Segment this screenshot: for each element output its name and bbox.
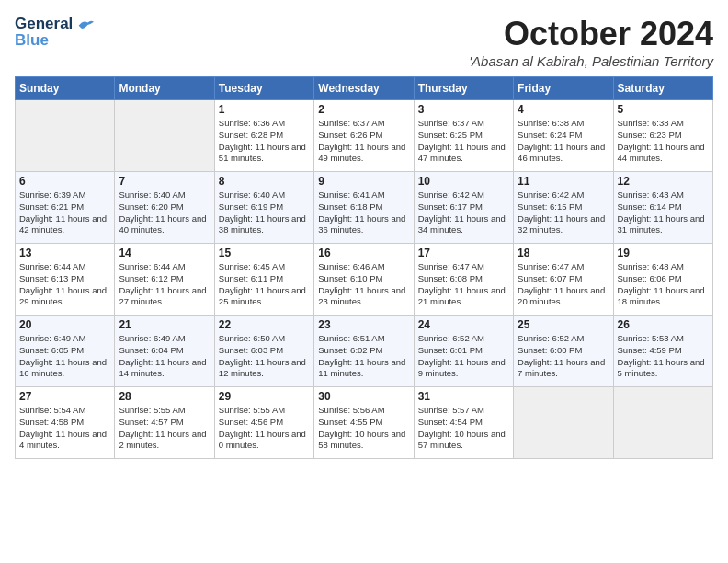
cell-info: Sunrise: 6:46 AMSunset: 6:10 PMDaylight:… [318, 261, 409, 308]
calendar-cell: 10Sunrise: 6:42 AMSunset: 6:17 PMDayligh… [414, 172, 513, 244]
day-number: 27 [19, 390, 110, 403]
weekday-header-saturday: Saturday [613, 77, 712, 100]
cell-info: Sunrise: 6:52 AMSunset: 6:00 PMDaylight:… [518, 333, 609, 380]
calendar-cell: 8Sunrise: 6:40 AMSunset: 6:19 PMDaylight… [214, 172, 313, 244]
day-number: 2 [318, 103, 409, 116]
weekday-header-monday: Monday [115, 77, 214, 100]
day-number: 20 [19, 318, 110, 331]
cell-info: Sunrise: 5:53 AMSunset: 4:59 PMDaylight:… [618, 333, 709, 380]
cell-info: Sunrise: 6:52 AMSunset: 6:01 PMDaylight:… [418, 333, 509, 380]
calendar-cell [613, 387, 712, 459]
day-number: 28 [119, 390, 210, 403]
cell-info: Sunrise: 6:41 AMSunset: 6:18 PMDaylight:… [318, 190, 409, 236]
calendar-cell: 30Sunrise: 5:56 AMSunset: 4:55 PMDayligh… [314, 387, 414, 459]
day-number: 13 [19, 247, 110, 259]
cell-info: Sunrise: 6:49 AMSunset: 6:04 PMDaylight:… [119, 333, 210, 380]
day-number: 6 [19, 175, 110, 188]
week-row-1: 1Sunrise: 6:36 AMSunset: 6:28 PMDaylight… [16, 100, 713, 172]
title-block: October 2024 'Abasan al Kabirah, Palesti… [469, 15, 713, 69]
calendar-cell: 21Sunrise: 6:49 AMSunset: 6:04 PMDayligh… [115, 316, 214, 387]
cell-info: Sunrise: 5:55 AMSunset: 4:57 PMDaylight:… [119, 405, 210, 452]
day-number: 18 [518, 247, 609, 259]
calendar-cell: 19Sunrise: 6:48 AMSunset: 6:06 PMDayligh… [613, 244, 712, 316]
calendar-cell [514, 387, 613, 459]
page-header: General Blue October 2024 'Abasan al Kab… [15, 15, 713, 69]
cell-info: Sunrise: 6:42 AMSunset: 6:15 PMDaylight:… [518, 190, 609, 236]
cell-info: Sunrise: 6:45 AMSunset: 6:11 PMDaylight:… [219, 261, 310, 308]
weekday-header-friday: Friday [514, 77, 613, 100]
weekday-header-thursday: Thursday [414, 77, 513, 100]
calendar-cell: 2Sunrise: 6:37 AMSunset: 6:26 PMDaylight… [314, 100, 414, 172]
day-number: 29 [219, 390, 310, 403]
day-number: 11 [518, 175, 609, 188]
cell-info: Sunrise: 6:51 AMSunset: 6:02 PMDaylight:… [318, 333, 409, 380]
cell-info: Sunrise: 5:57 AMSunset: 4:54 PMDaylight:… [418, 405, 509, 452]
day-number: 3 [418, 103, 509, 116]
cell-info: Sunrise: 6:44 AMSunset: 6:13 PMDaylight:… [19, 261, 110, 308]
day-number: 15 [219, 247, 310, 259]
header-row: SundayMondayTuesdayWednesdayThursdayFrid… [16, 77, 713, 100]
logo: General Blue [15, 15, 94, 50]
day-number: 12 [618, 175, 709, 188]
calendar-cell: 5Sunrise: 6:38 AMSunset: 6:23 PMDaylight… [613, 100, 712, 172]
day-number: 30 [318, 390, 409, 403]
calendar-cell: 17Sunrise: 6:47 AMSunset: 6:08 PMDayligh… [414, 244, 513, 316]
day-number: 9 [318, 175, 409, 188]
cell-info: Sunrise: 5:54 AMSunset: 4:58 PMDaylight:… [19, 405, 110, 452]
calendar-cell: 20Sunrise: 6:49 AMSunset: 6:05 PMDayligh… [16, 316, 115, 387]
cell-info: Sunrise: 6:49 AMSunset: 6:05 PMDaylight:… [19, 333, 110, 380]
calendar-cell [115, 100, 214, 172]
calendar-cell: 26Sunrise: 5:53 AMSunset: 4:59 PMDayligh… [613, 316, 712, 387]
day-number: 23 [318, 318, 409, 331]
calendar-cell: 13Sunrise: 6:44 AMSunset: 6:13 PMDayligh… [16, 244, 115, 316]
weekday-header-wednesday: Wednesday [314, 77, 414, 100]
day-number: 19 [618, 247, 709, 259]
day-number: 4 [518, 103, 609, 116]
day-number: 31 [418, 390, 509, 403]
cell-info: Sunrise: 6:40 AMSunset: 6:19 PMDaylight:… [219, 190, 310, 236]
logo-bird-icon [77, 17, 94, 32]
week-row-3: 13Sunrise: 6:44 AMSunset: 6:13 PMDayligh… [16, 244, 713, 316]
cell-info: Sunrise: 6:43 AMSunset: 6:14 PMDaylight:… [618, 190, 709, 236]
calendar-cell: 9Sunrise: 6:41 AMSunset: 6:18 PMDaylight… [314, 172, 414, 244]
cell-info: Sunrise: 5:55 AMSunset: 4:56 PMDaylight:… [219, 405, 310, 452]
calendar-cell: 11Sunrise: 6:42 AMSunset: 6:15 PMDayligh… [514, 172, 613, 244]
day-number: 22 [219, 318, 310, 331]
cell-info: Sunrise: 6:39 AMSunset: 6:21 PMDaylight:… [19, 190, 110, 236]
calendar-cell: 24Sunrise: 6:52 AMSunset: 6:01 PMDayligh… [414, 316, 513, 387]
calendar-cell: 12Sunrise: 6:43 AMSunset: 6:14 PMDayligh… [613, 172, 712, 244]
calendar-cell: 6Sunrise: 6:39 AMSunset: 6:21 PMDaylight… [16, 172, 115, 244]
calendar-cell: 27Sunrise: 5:54 AMSunset: 4:58 PMDayligh… [16, 387, 115, 459]
day-number: 14 [119, 247, 210, 259]
day-number: 25 [518, 318, 609, 331]
calendar-cell: 18Sunrise: 6:47 AMSunset: 6:07 PMDayligh… [514, 244, 613, 316]
day-number: 1 [219, 103, 310, 116]
day-number: 26 [618, 318, 709, 331]
week-row-4: 20Sunrise: 6:49 AMSunset: 6:05 PMDayligh… [16, 316, 713, 387]
day-number: 24 [418, 318, 509, 331]
calendar-cell: 31Sunrise: 5:57 AMSunset: 4:54 PMDayligh… [414, 387, 513, 459]
calendar-table: SundayMondayTuesdayWednesdayThursdayFrid… [15, 76, 713, 459]
cell-info: Sunrise: 6:50 AMSunset: 6:03 PMDaylight:… [219, 333, 310, 380]
calendar-cell: 4Sunrise: 6:38 AMSunset: 6:24 PMDaylight… [514, 100, 613, 172]
month-title: October 2024 [469, 15, 713, 53]
calendar-cell: 23Sunrise: 6:51 AMSunset: 6:02 PMDayligh… [314, 316, 414, 387]
day-number: 21 [119, 318, 210, 331]
calendar-cell: 16Sunrise: 6:46 AMSunset: 6:10 PMDayligh… [314, 244, 414, 316]
cell-info: Sunrise: 6:44 AMSunset: 6:12 PMDaylight:… [119, 261, 210, 308]
calendar-cell: 3Sunrise: 6:37 AMSunset: 6:25 PMDaylight… [414, 100, 513, 172]
day-number: 8 [219, 175, 310, 188]
calendar-cell: 22Sunrise: 6:50 AMSunset: 6:03 PMDayligh… [214, 316, 313, 387]
calendar-cell: 28Sunrise: 5:55 AMSunset: 4:57 PMDayligh… [115, 387, 214, 459]
day-number: 10 [418, 175, 509, 188]
cell-info: Sunrise: 5:56 AMSunset: 4:55 PMDaylight:… [318, 405, 409, 452]
cell-info: Sunrise: 6:42 AMSunset: 6:17 PMDaylight:… [418, 190, 509, 236]
cell-info: Sunrise: 6:48 AMSunset: 6:06 PMDaylight:… [618, 261, 709, 308]
day-number: 17 [418, 247, 509, 259]
calendar-cell: 7Sunrise: 6:40 AMSunset: 6:20 PMDaylight… [115, 172, 214, 244]
cell-info: Sunrise: 6:37 AMSunset: 6:25 PMDaylight:… [418, 118, 509, 165]
cell-info: Sunrise: 6:47 AMSunset: 6:08 PMDaylight:… [418, 261, 509, 308]
location-title: 'Abasan al Kabirah, Palestinian Territor… [469, 53, 713, 69]
calendar-cell: 15Sunrise: 6:45 AMSunset: 6:11 PMDayligh… [214, 244, 313, 316]
calendar-cell: 1Sunrise: 6:36 AMSunset: 6:28 PMDaylight… [214, 100, 313, 172]
